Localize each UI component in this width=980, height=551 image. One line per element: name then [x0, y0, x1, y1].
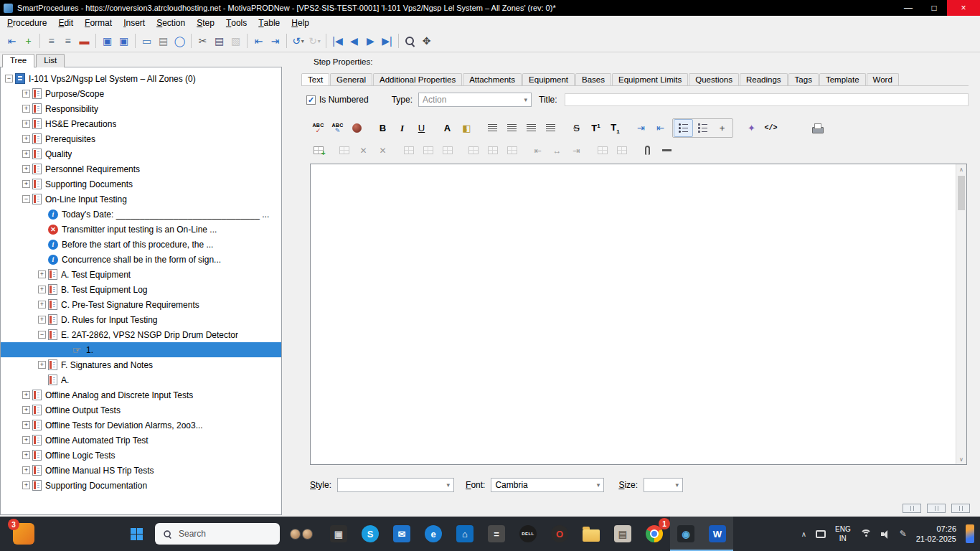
format-wand-button[interactable]: ✦ — [742, 119, 761, 137]
file-explorer-icon[interactable] — [575, 517, 607, 551]
align-cell-left-button[interactable]: ⇤ — [528, 141, 547, 159]
expand-icon[interactable]: + — [38, 301, 46, 309]
expand-icon[interactable]: + — [22, 466, 30, 474]
tree-item[interactable]: +Personnel Requirements — [1, 161, 281, 176]
maximize-button[interactable]: □ — [921, 0, 947, 16]
chrome-icon[interactable]: 1 — [639, 517, 670, 551]
tray-app-icon[interactable] — [816, 530, 826, 538]
subscript-button[interactable]: T1 — [606, 119, 625, 137]
delete-table-button[interactable]: ✕ — [354, 141, 373, 159]
menu-tools[interactable]: Tools — [220, 16, 253, 30]
menu-insert[interactable]: Insert — [118, 16, 151, 30]
outline-view-button[interactable]: ≡ — [43, 32, 60, 50]
tab-word[interactable]: Word — [867, 73, 899, 85]
tab-text[interactable]: Text — [301, 73, 329, 85]
globe-icon[interactable] — [347, 119, 367, 137]
title-input[interactable] — [565, 93, 969, 106]
tree-item[interactable]: +C. Pre-Test Signature Requirements — [1, 297, 281, 312]
tab-tags[interactable]: Tags — [788, 73, 819, 85]
expand-icon[interactable]: + — [22, 436, 30, 444]
tree-panel-tab-list[interactable]: List — [36, 54, 65, 67]
desktop-peek-widget[interactable] — [966, 524, 974, 543]
align-cell-right-button[interactable]: ⇥ — [567, 141, 586, 159]
collapse-icon[interactable]: − — [22, 195, 30, 203]
font-color-button[interactable]: A — [438, 119, 457, 137]
column-width-button[interactable] — [612, 141, 631, 159]
tray-expand-icon[interactable]: ∧ — [801, 530, 806, 538]
move-step-button[interactable]: ✥ — [418, 32, 435, 50]
edge-icon[interactable]: e — [418, 517, 449, 551]
expand-icon[interactable]: + — [22, 481, 30, 489]
collapse-icon[interactable]: − — [5, 75, 13, 83]
expand-icon[interactable]: + — [22, 391, 30, 399]
collapse-icon[interactable]: − — [38, 331, 46, 339]
attach-file-button[interactable] — [638, 141, 657, 159]
menu-table[interactable]: Table — [253, 16, 286, 30]
tab-attachments[interactable]: Attachments — [463, 73, 522, 85]
horizontal-rule-button[interactable] — [657, 141, 677, 159]
tree-item[interactable]: +Prerequisites — [1, 131, 281, 146]
remove-step-button[interactable]: ▬ — [76, 32, 93, 50]
tree-item[interactable]: +Purpose/Scope — [1, 86, 281, 101]
close-button[interactable]: × — [947, 0, 980, 16]
expand-icon[interactable]: + — [22, 150, 30, 158]
wifi-icon[interactable] — [860, 529, 872, 539]
tree-item[interactable]: +Offline Tests for Deviation Alarms, 2oo… — [1, 418, 281, 433]
expand-icon[interactable]: + — [38, 316, 46, 324]
expand-icon[interactable]: + — [22, 105, 30, 113]
insert-table-button[interactable]: + — [308, 141, 328, 159]
tree-item[interactable]: +F. Signatures and Notes — [1, 357, 281, 372]
italic-button[interactable]: I — [392, 119, 412, 137]
merge-cells-button[interactable] — [463, 141, 483, 159]
save-all-button[interactable]: ▣ — [116, 32, 132, 50]
html-source-button[interactable]: </> — [761, 119, 781, 137]
tree-item[interactable]: +Responsibility — [1, 101, 281, 116]
tree-item[interactable]: +B. Test Equipment Log — [1, 282, 281, 297]
step-text-editor[interactable]: ∧ ∨ — [310, 164, 967, 465]
table-properties-button[interactable] — [334, 141, 354, 159]
cut-button[interactable]: ✂ — [194, 32, 211, 50]
scroll-down-icon[interactable]: ∨ — [956, 454, 966, 464]
scrollbar-thumb[interactable] — [958, 176, 965, 210]
tree-item[interactable]: +Offline Logic Tests — [1, 448, 281, 463]
highlight-color-button[interactable]: ◧ — [457, 119, 476, 137]
align-right-button[interactable] — [522, 119, 541, 137]
insert-column-left-button[interactable] — [399, 141, 418, 159]
skype-icon[interactable]: S — [354, 517, 386, 551]
delete-row-button[interactable]: ✕ — [373, 141, 392, 159]
dell-icon[interactable]: DELL — [512, 517, 544, 551]
resize-grip[interactable] — [903, 504, 921, 513]
volume-icon[interactable] — [881, 529, 890, 538]
editor-scrollbar[interactable]: ∧ ∨ — [956, 164, 966, 464]
tree-item[interactable]: iToday's Date: _________________________… — [1, 207, 281, 222]
collapse-tree-button[interactable]: ⇤ — [4, 32, 20, 50]
spell-check-button[interactable]: ABC✓ — [308, 119, 328, 137]
tree-item[interactable]: +A. Test Equipment — [1, 267, 281, 282]
split-cells-button[interactable] — [483, 141, 502, 159]
size-select[interactable]: ▾ — [644, 478, 683, 492]
taskbar-clock[interactable]: 07:26 21-02-2025 — [916, 524, 956, 545]
expand-icon[interactable]: + — [38, 361, 46, 369]
numbered-list-button[interactable] — [693, 119, 712, 137]
tree-item[interactable]: +Supporting Documentation — [1, 478, 281, 493]
tree-item[interactable]: iConcurrence shall be in the form of sig… — [1, 252, 281, 267]
tab-template[interactable]: Template — [819, 73, 866, 85]
outdent-button[interactable]: ⇤ — [651, 119, 670, 137]
tree-item[interactable]: +Supporting Documents — [1, 176, 281, 192]
row-height-button[interactable] — [593, 141, 612, 159]
resize-grip[interactable] — [951, 504, 970, 513]
strikethrough-button[interactable]: S — [567, 119, 586, 137]
tree-item[interactable]: +Offline Output Tests — [1, 402, 281, 418]
next-step-button[interactable]: ▶ — [362, 32, 379, 50]
panel-resize-handles[interactable] — [903, 504, 970, 513]
word-icon[interactable]: W — [702, 517, 733, 551]
tree-item[interactable]: ✕Transmitter input testing is an On-Line… — [1, 222, 281, 237]
menu-section[interactable]: Section — [151, 16, 191, 30]
people-icon[interactable] — [281, 517, 323, 551]
tree-item[interactable]: +HS&E Precautions — [1, 116, 281, 131]
tree-item[interactable]: +Offline Manual HS Trip Tests — [1, 463, 281, 478]
scroll-up-icon[interactable]: ∧ — [956, 164, 966, 174]
taskbar-search[interactable]: Search — [155, 523, 280, 545]
previous-step-button[interactable]: ◀ — [346, 32, 362, 50]
font-select[interactable]: Cambria ▾ — [491, 478, 604, 492]
